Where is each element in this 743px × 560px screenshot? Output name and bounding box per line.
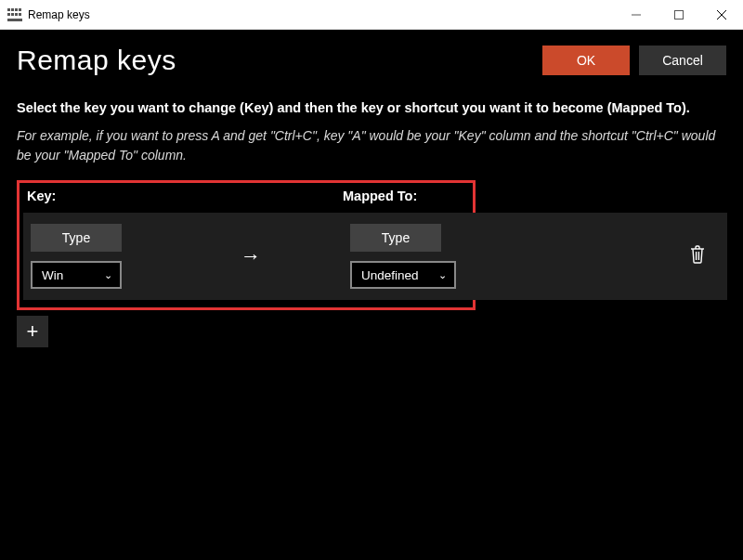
mapped-column-header: Mapped To: [343,189,417,203]
instruction-text: Select the key you want to change (Key) … [17,98,726,117]
key-column-header: Key: [27,189,343,203]
key-dropdown[interactable]: Win ⌄ [31,261,122,289]
row-actions [469,213,727,300]
arrow-right-icon: → [241,244,261,268]
header-row: Remap keys OK Cancel [17,45,726,76]
ok-button[interactable]: OK [542,46,630,75]
add-row-button[interactable]: + [17,316,48,347]
example-text: For example, if you want to press A and … [17,126,726,165]
key-column: Type Win ⌄ [23,224,203,289]
mapped-column: Type Undefined ⌄ [343,224,456,289]
delete-row-button[interactable] [688,244,707,268]
close-button[interactable] [700,0,743,30]
arrow-cell: → [203,244,343,268]
chevron-down-icon: ⌄ [438,269,447,281]
key-dropdown-value: Win [42,268,63,282]
window-title: Remap keys [28,8,615,21]
mapped-dropdown-value: Undefined [361,268,419,282]
mapped-dropdown[interactable]: Undefined ⌄ [350,261,456,289]
chevron-down-icon: ⌄ [104,269,112,281]
cancel-button[interactable]: Cancel [639,46,726,75]
svg-rect-1 [675,10,684,19]
dialog-buttons: OK Cancel [542,46,726,75]
mapping-row: Type Win ⌄ → Type Undefined ⌄ [23,213,469,300]
window-titlebar: Remap keys [0,0,743,30]
page-title: Remap keys [17,45,176,76]
column-headers: Key: Mapped To: [27,189,469,203]
mapped-type-button[interactable]: Type [350,224,441,252]
maximize-button[interactable] [658,0,700,30]
highlight-box: Key: Mapped To: Type Win ⌄ → Type Undefi… [17,180,476,310]
key-type-button[interactable]: Type [31,224,122,252]
content-area: Remap keys OK Cancel Select the key you … [0,30,743,362]
keyboard-app-icon [7,8,22,21]
minimize-button[interactable] [615,0,658,30]
